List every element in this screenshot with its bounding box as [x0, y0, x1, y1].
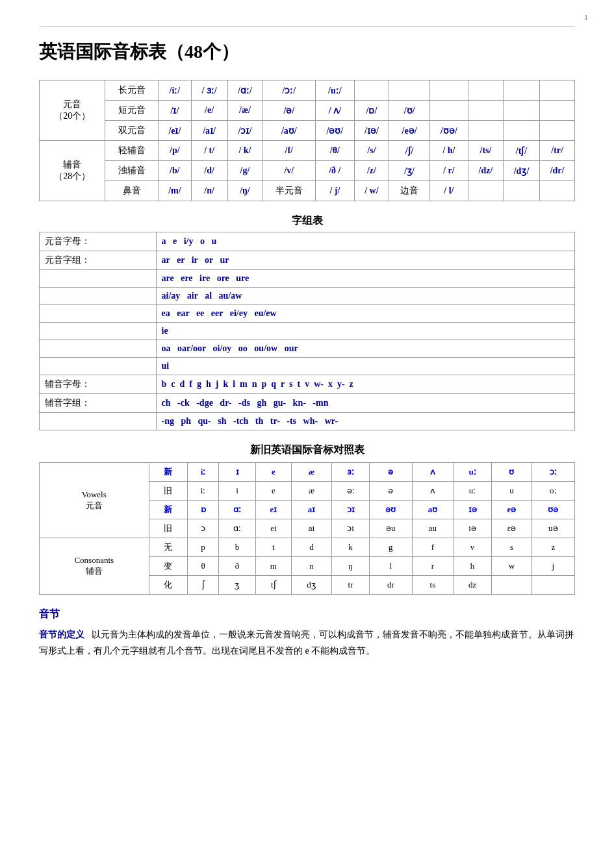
- diphthong-label: 双元音: [105, 121, 159, 141]
- comparison-table: Vowels元音 新 iː ɪ e æ ɜː ə ʌ uː ʊ ɔː 旧 iː …: [39, 462, 575, 595]
- syllable-def-text: 以元音为主体构成的发音单位，一般说来元音发音响亮，可以构成音节，辅音发音不响亮，…: [39, 630, 574, 656]
- syllable-heading: 音节: [39, 608, 575, 621]
- syllable-section: 音节 音节的定义 以元音为主体构成的发音单位，一般说来元音发音响亮，可以构成音节…: [39, 608, 575, 659]
- ipa-table: 元音（20个） 长元音 /iː/ / ɜː/ /ɑː/ /ɔː/ /uː/ 短元…: [39, 80, 575, 201]
- list-item: are ere ire ore ure: [40, 270, 575, 288]
- vowel-group-label: 元音字组：: [40, 251, 157, 270]
- list-item: ui: [40, 358, 575, 375]
- page-title: 英语国际音标表（48个）: [39, 40, 575, 64]
- long-vowel-label: 长元音: [105, 81, 159, 101]
- list-item: 元音字母： a e i/y o u: [40, 232, 575, 251]
- consonant-letter-label: 辅音字母：: [40, 375, 157, 394]
- vowel-letter-label: 元音字母：: [40, 232, 157, 251]
- table-row: Consonants辅音 无 p b t d k g f v s z: [40, 538, 575, 557]
- list-item: ea ear ee eer ei/ey eu/ew: [40, 305, 575, 323]
- vowel-section-label: 元音（20个）: [40, 81, 105, 141]
- list-item: -ng ph qu- sh -tch th tr- -ts wh- wr-: [40, 413, 575, 430]
- consonant-section-label: 辅音（28个）: [40, 141, 105, 201]
- list-item: ai/ay air al au/aw: [40, 288, 575, 305]
- comparison-table-title: 新旧英语国际音标对照表: [39, 443, 575, 457]
- vowels-label: Vowels元音: [40, 463, 149, 538]
- list-item: 元音字组： ar er ir or ur: [40, 251, 575, 270]
- short-vowel-label: 短元音: [105, 101, 159, 121]
- page-number: 1: [584, 13, 588, 23]
- char-group-table: 元音字母： a e i/y o u 元音字组： ar er ir or ur a…: [39, 232, 575, 430]
- nasal-label: 鼻音: [105, 181, 159, 201]
- list-item: 辅音字母： b c d f g h j k l m n p q r s t v …: [40, 375, 575, 394]
- list-item: oa oar/oor oi/oy oo ou/ow our: [40, 340, 575, 358]
- voiced-label: 浊辅音: [105, 161, 159, 181]
- consonants-label: Consonants辅音: [40, 538, 149, 595]
- syllable-def-label: 音节的定义: [39, 630, 84, 639]
- syllable-definition: 音节的定义 以元音为主体构成的发音单位，一般说来元音发音响亮，可以构成音节，辅音…: [39, 626, 575, 659]
- table-row: Vowels元音 新 iː ɪ e æ ɜː ə ʌ uː ʊ ɔː: [40, 463, 575, 482]
- list-item: ie: [40, 323, 575, 340]
- unvoiced-label: 轻辅音: [105, 141, 159, 161]
- list-item: 辅音字组： ch -ck -dge dr- -ds gh gu- kn- -mn: [40, 394, 575, 413]
- char-table-title: 字组表: [39, 214, 575, 228]
- consonant-group-label: 辅音字组：: [40, 394, 157, 413]
